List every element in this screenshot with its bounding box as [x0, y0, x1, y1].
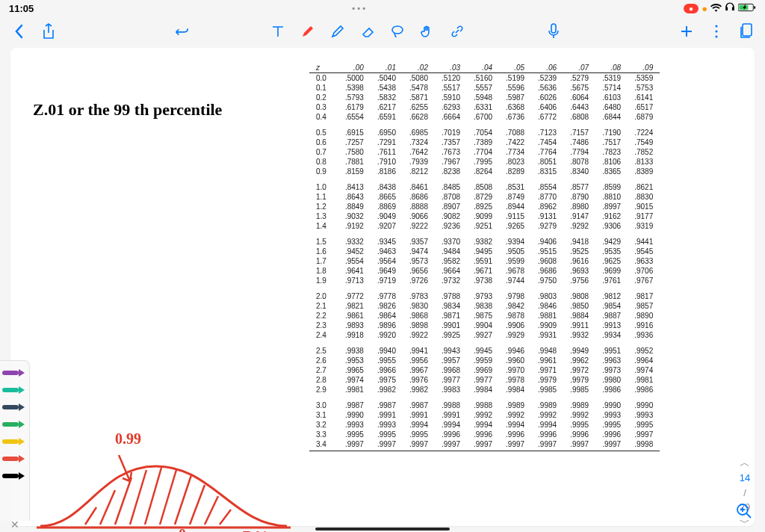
z-table-cell: 0.4 — [309, 112, 338, 122]
z-table-cell: .9671 — [467, 266, 499, 276]
z-table-cell: .9515 — [531, 247, 563, 256]
z-table-cell: .9985 — [531, 385, 563, 395]
z-table-cell: .9382 — [467, 231, 499, 247]
pen-color-chip[interactable] — [2, 451, 28, 466]
z-table-cell: .6064 — [563, 93, 595, 102]
link-tool-button[interactable] — [449, 23, 465, 40]
z-table-cell: .9938 — [338, 340, 371, 356]
z-table-cell: .9394 — [499, 231, 531, 247]
z-table-cell: .8133 — [628, 157, 660, 167]
note-canvas[interactable]: Z.01 or the 99 th percentile z.00.01.02.… — [10, 48, 755, 526]
z-table-cell: .8925 — [467, 202, 499, 211]
z-table-cell: .6368 — [499, 102, 531, 112]
z-table-cell: .9993 — [371, 420, 403, 430]
pen-color-chip[interactable] — [2, 468, 28, 483]
z-table-cell: 0.2 — [309, 93, 338, 102]
z-table-cell: .8770 — [531, 192, 563, 202]
pen-tool-button[interactable] — [300, 23, 316, 40]
pen-color-chip[interactable] — [2, 383, 28, 398]
z-table-cell: .9995 — [403, 430, 435, 439]
z-table-cell: .9987 — [403, 395, 435, 410]
z-table-cell: .8686 — [403, 192, 435, 202]
svg-line-15 — [160, 470, 176, 525]
z-table-cell: .7673 — [435, 147, 467, 157]
add-button[interactable] — [678, 23, 695, 40]
z-table-cell: .9949 — [563, 340, 595, 356]
z-table-cell: .9678 — [499, 266, 531, 276]
pen-color-chip[interactable] — [2, 417, 28, 432]
svg-line-12 — [115, 477, 131, 525]
z-table-cell: .8485 — [435, 176, 467, 192]
z-table-cell: .8554 — [531, 176, 563, 192]
z-table-cell: .9991 — [435, 410, 467, 420]
z-table-cell: 2.8 — [309, 375, 338, 385]
z-table-cell: .9738 — [467, 276, 499, 285]
z-table-cell: .9982 — [403, 385, 435, 395]
toolbar — [0, 16, 765, 46]
zoom-button[interactable] — [732, 499, 756, 523]
z-table-cell: .8340 — [563, 167, 595, 176]
z-table-cell: .6844 — [595, 112, 628, 122]
z-table-cell: .7257 — [338, 137, 371, 147]
text-tool-button[interactable] — [270, 23, 286, 40]
highlighter-tool-button[interactable] — [329, 23, 346, 40]
undo-button[interactable] — [173, 23, 190, 40]
back-button[interactable] — [10, 23, 27, 40]
z-table-cell: .9988 — [435, 395, 467, 410]
z-table-cell: .8621 — [628, 176, 660, 192]
z-table-cell: .9969 — [467, 365, 499, 375]
z-table-cell: .9649 — [371, 266, 403, 276]
z-table-cell: .8869 — [371, 202, 403, 211]
z-table-cell: .9951 — [595, 340, 628, 356]
z-table-cell: .9505 — [499, 247, 531, 256]
pages-button[interactable] — [738, 23, 755, 40]
z-table-cell: .9994 — [435, 420, 467, 430]
z-table-cell: .8643 — [338, 192, 371, 202]
tray-close-button[interactable]: ✕ — [10, 519, 19, 531]
z-table-cell: 1.3 — [309, 211, 338, 221]
pen-color-chip[interactable] — [2, 400, 28, 415]
handwriting-title: Z.01 or the 99 th percentile — [33, 100, 222, 120]
z-table-cell: .9429 — [595, 231, 628, 247]
z-table-cell: .9893 — [338, 321, 371, 330]
share-button[interactable] — [40, 23, 57, 40]
lasso-tool-button[interactable] — [389, 23, 406, 40]
z-table-cell: .9901 — [435, 321, 467, 330]
z-table-cell: .7704 — [467, 147, 499, 157]
hand-tool-button[interactable] — [419, 23, 436, 40]
z-table-cell: .9756 — [563, 276, 595, 285]
z-table-cell: .6141 — [628, 93, 660, 102]
z-table-cell: .9986 — [595, 385, 628, 395]
z-table-cell: .6808 — [563, 112, 595, 122]
z-table-cell: .8830 — [628, 192, 660, 202]
z-table-cell: .9625 — [595, 256, 628, 266]
page-up-button[interactable]: ︿ — [732, 455, 758, 471]
z-table-cell: .5636 — [531, 83, 563, 93]
z-table-cell: .7224 — [628, 122, 660, 137]
z-table-cell: .9564 — [371, 256, 403, 266]
z-table-cell: .8531 — [499, 176, 531, 192]
z-table-cell: .9987 — [338, 395, 371, 410]
z-table-cell: .8159 — [338, 167, 371, 176]
z-table-cell: .9993 — [338, 420, 371, 430]
z-table-cell: .7389 — [467, 137, 499, 147]
z-table-cell: .9545 — [628, 247, 660, 256]
z-table-cell: .9803 — [531, 285, 563, 301]
z-table-cell: .9984 — [467, 385, 499, 395]
z-table-cell: 1.0 — [309, 176, 338, 192]
z-table-cell: .9726 — [403, 276, 435, 285]
microphone-button[interactable] — [545, 23, 562, 40]
svg-line-10 — [85, 507, 96, 525]
z-table-cell: .9798 — [499, 285, 531, 301]
pen-color-chip[interactable] — [2, 365, 28, 380]
z-table-cell: .9948 — [531, 340, 563, 356]
z-table-cell: .9656 — [403, 266, 435, 276]
pen-color-chip[interactable] — [2, 434, 28, 449]
more-button[interactable] — [708, 23, 725, 40]
z-table-cell: .5793 — [338, 93, 371, 102]
z-table-cell: .6517 — [628, 102, 660, 112]
z-table-cell: .9945 — [467, 340, 499, 356]
eraser-tool-button[interactable] — [359, 23, 376, 40]
z-table-cell: .9996 — [595, 430, 628, 439]
z-table-cell: .9732 — [435, 276, 467, 285]
